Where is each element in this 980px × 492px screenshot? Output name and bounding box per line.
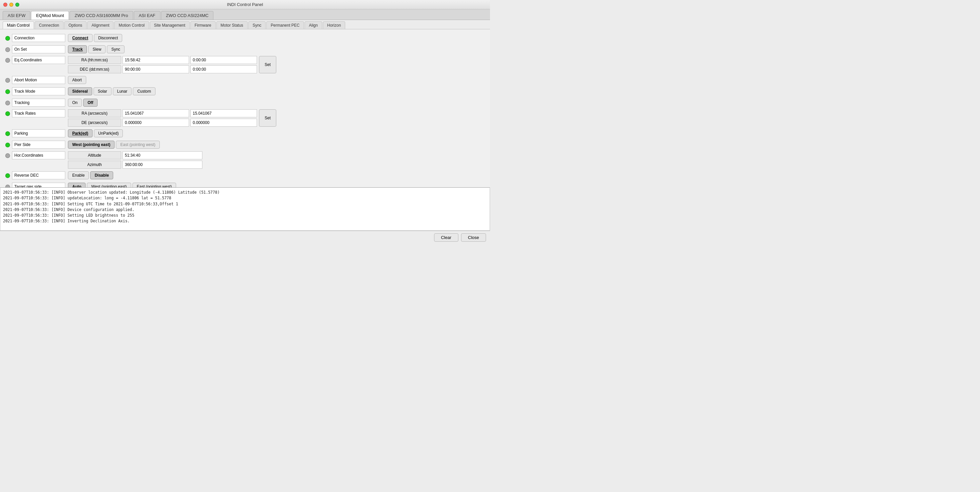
eq-left: Eq.Coordinates <box>5 56 68 64</box>
de-rate-input[interactable] <box>190 119 257 127</box>
device-tab-zwo-ccd-1600[interactable]: ZWO CCD ASI1600MM Pro <box>70 11 133 20</box>
device-tab-eqmod-mount[interactable]: EQMod Mount <box>31 11 69 20</box>
ra-rate-row: RA (arcsecs/s) 15.041067 <box>68 109 257 117</box>
reverse-dec-row: Reverse DEC Enable Disable <box>5 171 485 180</box>
device-tab-asi-efw[interactable]: ASI EFW <box>3 11 30 20</box>
azimuth-row: Azimuth 360:00:00 <box>68 161 202 169</box>
track-rates-fields: RA (arcsecs/s) 15.041067 DE (arcsecs/s) … <box>68 109 257 127</box>
log-area: 2021-09-07T10:56:33: [INFO] Observer loc… <box>0 187 490 231</box>
dec-input[interactable] <box>190 65 257 73</box>
dec-row: DEC (dd:mm:ss) 90:00:00 <box>68 65 257 73</box>
hor-coordinates-label: Hor.Coordinates <box>12 151 65 159</box>
de-rate-row: DE (arcsecs/s) 0.000000 <box>68 119 257 127</box>
track-mode-label: Track Mode <box>12 87 65 95</box>
pier-side-indicator <box>5 143 10 147</box>
lunar-button[interactable]: Lunar <box>113 87 132 95</box>
reverse-dec-enable-button[interactable]: Enable <box>68 171 89 179</box>
device-tab-zwo-ccd-224[interactable]: ZWO CCD ASI224MC <box>161 11 214 20</box>
track-button[interactable]: Track <box>68 45 87 53</box>
pier-east-button[interactable]: East (pointing west) <box>116 141 159 149</box>
reverse-dec-disable-button[interactable]: Disable <box>90 171 113 179</box>
track-mode-indicator <box>5 89 10 94</box>
altitude-label: Altitude <box>68 151 121 159</box>
tab-options[interactable]: Options <box>64 21 87 29</box>
custom-button[interactable]: Custom <box>133 87 155 95</box>
reverse-dec-label: Reverse DEC <box>12 171 65 179</box>
dec-label: DEC (dd:mm:ss) <box>68 65 121 73</box>
ra-rate-label: RA (arcsecs/s) <box>68 109 121 117</box>
connection-row: Connection Connect Disconnect <box>5 34 485 43</box>
pier-side-label: Pier Side <box>12 141 65 149</box>
tab-site-management[interactable]: Site Management <box>150 21 190 29</box>
target-east-button[interactable]: East (pointing west) <box>132 183 176 187</box>
device-tabs: ASI EFW EQMod Mount ZWO CCD ASI1600MM Pr… <box>0 10 490 20</box>
eq-coordinates-indicator <box>5 58 10 63</box>
azimuth-value: 360:00:00 <box>123 161 202 169</box>
parking-indicator <box>5 131 10 136</box>
eq-coordinates-label: Eq.Coordinates <box>12 56 65 64</box>
tracking-row: Tracking On Off <box>5 98 485 107</box>
ra-input[interactable] <box>190 56 257 64</box>
target-west-button[interactable]: West (pointing east) <box>87 183 131 187</box>
slew-button[interactable]: Slew <box>88 45 105 53</box>
maximize-window-btn[interactable] <box>15 3 19 7</box>
track-rates-indicator <box>5 111 10 116</box>
minimize-window-btn[interactable] <box>9 3 13 7</box>
tab-firmware[interactable]: Firmware <box>190 21 216 29</box>
disconnect-button[interactable]: Disconnect <box>94 34 122 42</box>
hor-left: Hor.Coordinates <box>5 151 68 159</box>
unpark-button[interactable]: UnPark(ed) <box>94 129 123 137</box>
pier-west-button[interactable]: West (pointing east) <box>68 141 115 149</box>
ra-value: 15:58:42 <box>123 56 189 64</box>
dec-value: 90:00:00 <box>123 65 189 73</box>
tab-alignment[interactable]: Alignment <box>87 21 113 29</box>
connect-button[interactable]: Connect <box>68 34 92 42</box>
sidereal-button[interactable]: Sidereal <box>68 87 92 95</box>
abort-button[interactable]: Abort <box>68 76 86 84</box>
main-content: Connection Connect Disconnect On Set Tra… <box>0 29 490 187</box>
tab-connection[interactable]: Connection <box>35 21 64 29</box>
hor-coordinates-indicator <box>5 153 10 158</box>
de-rate-label: DE (arcsecs/s) <box>68 119 121 127</box>
target-pier-side-label: Target pier side <box>12 183 65 187</box>
connection-indicator <box>5 36 10 41</box>
parked-button[interactable]: Park(ed) <box>68 129 92 137</box>
tab-horizon[interactable]: Horizon <box>323 21 345 29</box>
device-tab-asi-eaf[interactable]: ASI EAF <box>134 11 161 20</box>
ra-rate-input[interactable] <box>190 109 257 117</box>
de-rate-value: 0.000000 <box>123 119 189 127</box>
on-set-indicator <box>5 47 10 52</box>
tab-main-control[interactable]: Main Control <box>3 21 34 29</box>
tracking-indicator <box>5 101 10 105</box>
tab-permanent-pec[interactable]: Permanent PEC <box>266 21 304 29</box>
title-bar: INDI Control Panel <box>0 0 490 10</box>
target-pier-side-indicator <box>5 185 10 187</box>
track-mode-row: Track Mode Sidereal Solar Lunar Custom <box>5 87 485 96</box>
target-auto-button[interactable]: Auto <box>68 183 86 187</box>
sync-button[interactable]: Sync <box>107 45 124 53</box>
close-window-btn[interactable] <box>3 3 7 7</box>
window-title: INDI Control Panel <box>227 2 263 7</box>
hor-coordinates-row: Hor.Coordinates Altitude 51:34:40 Azimut… <box>5 151 485 169</box>
tab-align[interactable]: Align <box>305 21 322 29</box>
on-set-row: On Set Track Slew Sync <box>5 45 485 54</box>
tab-motion-control[interactable]: Motion Control <box>114 21 149 29</box>
tracking-off-button[interactable]: Off <box>83 99 97 107</box>
tab-motor-status[interactable]: Motor Status <box>216 21 248 29</box>
tracking-on-button[interactable]: On <box>68 99 82 107</box>
eq-set-button[interactable]: Set <box>259 56 276 73</box>
parking-label: Parking <box>12 129 65 137</box>
connection-label: Connection <box>12 34 65 42</box>
eq-fields: RA (hh:mm:ss) 15:58:42 DEC (dd:mm:ss) 90… <box>68 56 257 73</box>
target-pier-side-row: Target pier side Auto West (pointing eas… <box>5 182 485 187</box>
solar-button[interactable]: Solar <box>94 87 111 95</box>
ra-label: RA (hh:mm:ss) <box>68 56 121 64</box>
tab-sync[interactable]: Sync <box>248 21 266 29</box>
eq-coordinates-row: Eq.Coordinates RA (hh:mm:ss) 15:58:42 DE… <box>5 56 485 73</box>
track-rates-row: Track Rates RA (arcsecs/s) 15.041067 DE … <box>5 109 485 127</box>
clear-button[interactable]: Clear <box>434 233 458 242</box>
close-button[interactable]: Close <box>461 233 486 242</box>
track-rates-set-button[interactable]: Set <box>259 109 276 127</box>
bottom-bar: Clear Close <box>0 231 490 244</box>
tracking-label: Tracking <box>12 99 65 107</box>
